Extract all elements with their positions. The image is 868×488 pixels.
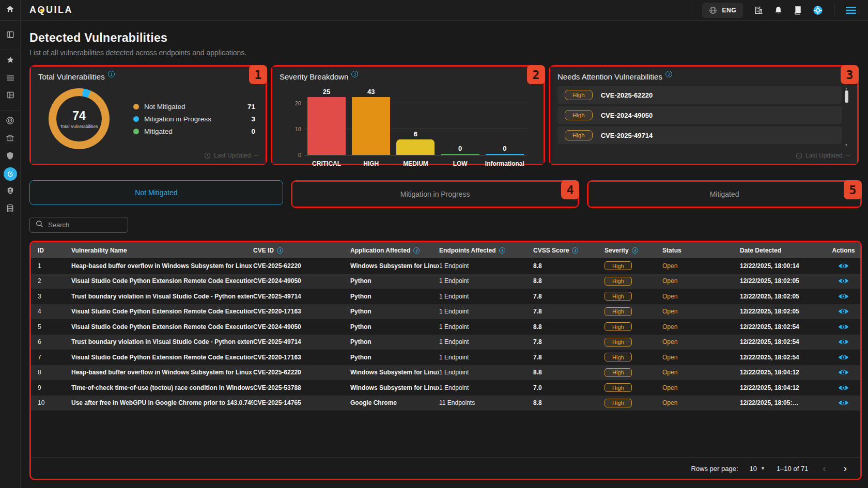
tab-mitigation-in-progress[interactable]: Mitigation in Progress <box>292 182 578 207</box>
view-details-button[interactable] <box>827 399 860 406</box>
info-icon[interactable]: i <box>413 247 420 254</box>
next-page-button[interactable]: › <box>841 463 850 474</box>
table-row[interactable]: 1 Heap-based buffer overflow in Windows … <box>31 258 860 274</box>
vulnerabilities-table: ID Vulnerability Name CVE IDi Applicatio… <box>31 242 860 479</box>
legend-item: Mitigation in Progress 3 <box>133 115 255 123</box>
annotation-box-table: ID Vulnerability Name CVE IDi Applicatio… <box>29 241 862 480</box>
cell-application: Windows Subsystem for Linux <box>350 262 439 270</box>
info-icon[interactable]: i <box>108 71 115 77</box>
cell-date-detected: 12/22/2025, 18:04:12 <box>740 384 827 391</box>
sidebar-item-layout[interactable] <box>0 87 21 105</box>
cell-cvss: 8.8 <box>533 277 605 285</box>
cell-severity: High <box>605 261 662 270</box>
table-row[interactable]: 2 Visual Studio Code Python Extension Re… <box>31 274 860 289</box>
needs-attention-item[interactable]: High CVE-2025-62220 <box>557 86 842 104</box>
info-icon[interactable]: i <box>277 247 283 254</box>
cell-vulnerability-name: Heap-based buffer overflow in Windows Su… <box>71 369 253 376</box>
table-row[interactable]: 4 Visual Studio Code Python Extension Re… <box>31 304 860 320</box>
sidebar-item-identity[interactable] <box>0 183 21 200</box>
vulnerability-scan-icon <box>4 167 17 181</box>
topbar-divider <box>834 4 834 17</box>
bell-icon[interactable] <box>774 6 783 15</box>
cell-status: Open <box>662 262 740 270</box>
view-details-button[interactable] <box>827 323 860 330</box>
sidebar-item-list[interactable] <box>0 70 21 87</box>
view-details-button[interactable] <box>827 369 860 376</box>
col-severity: Severityi <box>605 247 662 254</box>
cell-application: Python <box>350 338 439 345</box>
info-icon[interactable]: i <box>351 71 358 77</box>
rows-per-page-select[interactable]: 10 ▼ <box>750 465 765 473</box>
search-input[interactable] <box>48 221 115 229</box>
table-row[interactable]: 5 Visual Studio Code Python Extension Re… <box>31 319 860 335</box>
cell-application: Python <box>350 354 439 361</box>
table-row[interactable]: 8 Heap-based buffer overflow in Windows … <box>31 365 860 381</box>
bar-medium: 6MEDIUM <box>396 98 435 155</box>
cell-cve-id: CVE-2025-14765 <box>253 399 350 406</box>
cell-cvss: 8.8 <box>533 369 605 376</box>
cell-id: 4 <box>31 308 71 315</box>
severity-badge: High <box>565 130 593 140</box>
cell-application: Python <box>350 277 439 285</box>
info-icon[interactable]: i <box>572 247 578 254</box>
view-details-button[interactable] <box>827 262 860 270</box>
severity-breakdown-card: Severity Breakdown i 20 10 0 25CRITICAL … <box>272 67 544 164</box>
cell-severity: High <box>605 277 662 286</box>
building-icon[interactable] <box>754 6 763 15</box>
needs-attention-item[interactable]: High CVE-2025-49714 <box>557 127 842 144</box>
cell-cve-id: CVE-2025-53788 <box>253 384 350 391</box>
sidebar-item-database[interactable] <box>0 200 21 218</box>
cell-status: Open <box>662 338 740 345</box>
sidebar-item-shield[interactable] <box>0 148 21 165</box>
table-row[interactable]: 7 Visual Studio Code Python Extension Re… <box>31 350 860 365</box>
cve-label: CVE-2025-62220 <box>601 91 653 99</box>
cell-cvss: 7.8 <box>533 338 605 345</box>
cell-status: Open <box>662 354 740 361</box>
sidebar-item-gauge[interactable] <box>0 113 21 130</box>
book-icon[interactable] <box>794 6 802 15</box>
view-details-button[interactable] <box>827 293 860 300</box>
table-row[interactable]: 10 Use after free in WebGPU in Google Ch… <box>31 396 860 411</box>
info-icon[interactable]: i <box>632 247 638 254</box>
previous-page-button[interactable]: ‹ <box>819 463 829 474</box>
eye-icon <box>838 384 849 391</box>
search-icon <box>36 220 43 230</box>
col-name: Vulnerability Name <box>71 247 253 254</box>
cell-endpoints: 1 Endpoint <box>439 369 533 376</box>
menu-icon[interactable] <box>845 6 857 14</box>
table-row[interactable]: 3 Trust boundary violation in Visual Stu… <box>31 289 860 304</box>
eye-icon <box>838 323 849 330</box>
table-row[interactable]: 6 Trust boundary violation in Visual Stu… <box>31 335 860 350</box>
info-icon[interactable]: i <box>665 71 672 77</box>
view-details-button[interactable] <box>827 308 860 315</box>
sidebar-item-bank[interactable] <box>0 130 21 148</box>
tab-not-mitigated[interactable]: Not Mitigated <box>29 180 283 205</box>
scrollbar[interactable]: ▲ ▼ <box>844 86 849 147</box>
cell-severity: High <box>605 353 662 361</box>
sidebar-item-favorites[interactable] <box>0 52 21 70</box>
scrollbar-thumb[interactable] <box>845 90 848 103</box>
home-button[interactable] <box>0 0 21 20</box>
eye-icon <box>838 338 849 345</box>
table-row[interactable]: 9 Time-of-check time-of-use (toctou) rac… <box>31 380 860 396</box>
severity-badge: High <box>605 322 632 331</box>
view-details-button[interactable] <box>827 277 860 285</box>
cell-severity: High <box>605 322 662 331</box>
info-icon[interactable]: i <box>499 247 505 254</box>
severity-badge: High <box>565 110 593 120</box>
view-details-button[interactable] <box>827 338 860 345</box>
sidebar-item-panel[interactable] <box>0 27 21 44</box>
cell-severity: High <box>605 338 662 347</box>
view-details-button[interactable] <box>827 354 860 361</box>
tab-mitigated[interactable]: Mitigated <box>588 182 860 207</box>
help-ring-icon[interactable] <box>813 5 823 15</box>
severity-badge: High <box>605 338 632 347</box>
sidebar-item-vulnerabilities[interactable] <box>0 165 21 183</box>
legend-item: Not Mitigated 71 <box>133 103 255 111</box>
needs-attention-item[interactable]: High CVE-2024-49050 <box>557 106 842 124</box>
search-box[interactable] <box>29 217 128 233</box>
language-selector[interactable]: ENG <box>702 3 743 18</box>
cell-status: Open <box>662 399 740 406</box>
cell-cvss: 7.0 <box>533 384 605 391</box>
view-details-button[interactable] <box>827 384 860 391</box>
